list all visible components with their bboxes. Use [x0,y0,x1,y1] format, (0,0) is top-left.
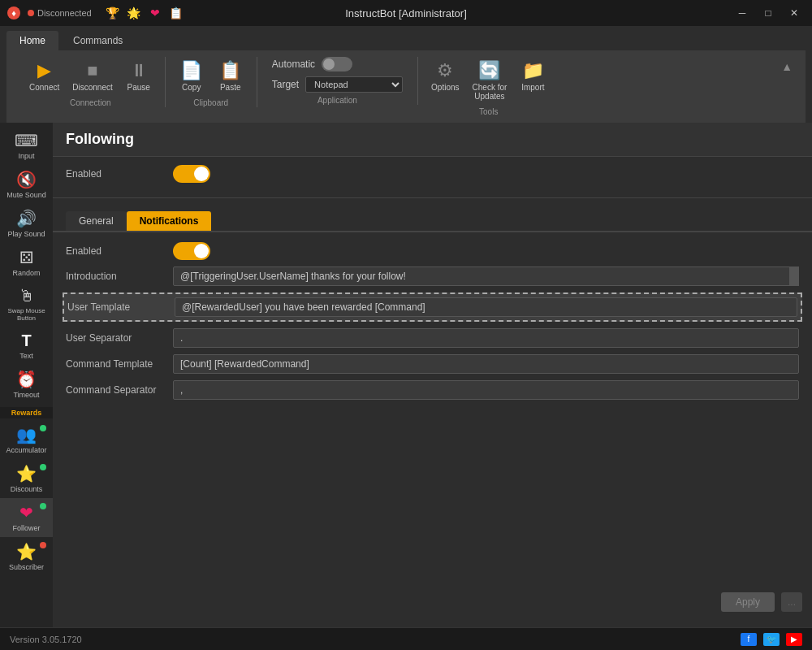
minimize-button[interactable]: ─ [731,4,754,22]
connect-label: Connect [29,83,59,92]
user-separator-input[interactable] [173,328,799,348]
title-bar-left: ♦ Disconnected 🏆 🌟 ❤ 📋 [6,6,183,20]
pause-icon: ⏸ [130,60,148,81]
discounts-icon: ⭐ [16,464,37,483]
notifications-enabled-label: Enabled [66,245,163,257]
ribbon-collapse-button[interactable]: ▲ [778,57,796,76]
automatic-row: Automatic [272,57,403,72]
copy-label: Copy [182,83,201,92]
ribbon: Home Commands ▶ Connect ■ Disconnect ⏸ P… [0,26,812,123]
sidebar-item-play-sound[interactable]: 🔊 Play Sound [0,204,53,243]
follower-dot [40,503,46,509]
copy-button[interactable]: 📄 Copy [174,57,209,95]
connect-button[interactable]: ▶ Connect [24,57,64,95]
status-bar-right: f 🐦 ▶ [741,633,802,646]
input-label: Input [18,152,34,160]
play-icon: ▶ [37,60,51,81]
enabled-label: Enabled [66,168,163,180]
subscriber-label: Subscriber [9,563,44,571]
enabled-section: Enabled [53,157,812,197]
enabled-toggle-knob [194,167,209,181]
target-select[interactable]: Notepad [305,76,403,93]
introduction-input[interactable] [173,266,799,286]
ribbon-group-clipboard: 📄 Copy 📋 Paste Clipboard [166,57,257,107]
random-icon: ⚄ [19,248,33,267]
discounts-dot [40,464,46,470]
title-icon-trophy: 🏆 [106,6,119,20]
automatic-toggle-knob [323,58,335,70]
ribbon-content: ▶ Connect ■ Disconnect ⏸ Pause Connectio… [6,50,806,123]
sidebar-item-swap-mouse[interactable]: 🖱 Swap MouseButton [0,282,53,327]
tab-commands[interactable]: Commands [60,31,136,50]
title-bar: ♦ Disconnected 🏆 🌟 ❤ 📋 InstructBot [Admi… [0,0,812,26]
title-icon-star: 🌟 [127,6,140,20]
window-controls[interactable]: ─ □ ✕ [731,4,806,22]
sub-tab-general[interactable]: General [66,211,127,231]
user-template-input[interactable] [175,297,797,317]
sidebar-item-text[interactable]: T Text [0,327,53,365]
sidebar-item-mute-sound[interactable]: 🔇 Mute Sound [0,165,53,204]
sidebar-item-random[interactable]: ⚄ Random [0,243,53,282]
options-button[interactable]: ⚙ Options [426,57,464,95]
discounts-label: Discounts [11,485,43,493]
notifications-enabled-toggle[interactable] [173,242,210,260]
sidebar-item-subscriber[interactable]: ⭐ Subscriber [0,537,53,576]
accumulator-dot [40,425,46,431]
pause-label: Pause [127,83,150,92]
automatic-label: Automatic [272,58,315,70]
sub-tabs: General Notifications [53,205,812,231]
refresh-icon: 🔄 [478,60,500,81]
tab-home[interactable]: Home [6,31,58,50]
introduction-scrollbar[interactable] [789,266,799,286]
close-button[interactable]: ✕ [783,4,806,22]
sidebar-item-timeout[interactable]: ⏰ Timeout [0,365,53,404]
disconnected-label: Disconnected [37,8,92,18]
notifications-enabled-row: Enabled [66,242,799,260]
user-template-row: User Template [63,292,802,322]
notifications-toggle-knob [194,244,209,258]
twitter-icon[interactable]: 🐦 [763,633,780,646]
paste-button[interactable]: 📋 Paste [213,57,248,95]
connection-buttons: ▶ Connect ■ Disconnect ⏸ Pause [24,57,157,95]
check-updates-button[interactable]: 🔄 Check for Updates [468,57,512,104]
user-separator-row: User Separator [66,328,799,348]
apply-button[interactable]: Apply [721,592,775,612]
connection-group-label: Connection [70,98,111,107]
app-icon: ♦ [6,6,21,20]
automatic-toggle[interactable] [322,57,352,72]
more-button[interactable]: ... [781,592,802,612]
disconnect-button[interactable]: ■ Disconnect [67,57,117,95]
sidebar-item-follower[interactable]: ❤ Follower [0,498,53,537]
sub-tab-notifications[interactable]: Notifications [127,211,212,231]
rewards-section-label: Rewards [0,407,53,418]
app-group-inner: Automatic Target Notepad [266,57,409,93]
import-icon: 📁 [522,60,544,81]
follower-label: Follower [12,524,40,532]
content-area: Following Enabled General Notifications … [53,123,812,639]
enabled-toggle[interactable] [173,165,210,183]
sidebar-item-accumulator[interactable]: 👥 Accumulator [0,420,53,459]
ribbon-tabs: Home Commands [6,31,806,50]
command-template-input[interactable] [173,354,799,374]
accumulator-icon: 👥 [16,425,37,444]
command-separator-input[interactable] [173,380,799,400]
sidebar-item-discounts[interactable]: ⭐ Discounts [0,459,53,498]
import-label: Import [521,83,544,92]
version-label: Version 3.05.1720 [10,635,82,644]
introduction-label: Introduction [66,271,163,282]
pause-button[interactable]: ⏸ Pause [121,57,157,95]
facebook-icon[interactable]: f [741,633,757,646]
play-sound-icon: 🔊 [16,209,37,228]
text-icon: T [21,332,31,350]
command-template-row: Command Template [66,354,799,374]
maximize-button[interactable]: □ [757,4,780,22]
disconnected-status: Disconnected [28,8,92,18]
sidebar-item-input[interactable]: ⌨ Input [0,126,53,165]
youtube-icon[interactable]: ▶ [786,633,802,646]
import-button[interactable]: 📁 Import [515,57,551,95]
title-bar-icons: 🏆 🌟 ❤ 📋 [106,6,183,20]
enabled-row: Enabled [66,165,799,183]
ribbon-group-application: Automatic Target Notepad Application [257,57,418,105]
copy-icon: 📄 [180,60,202,81]
notifications-content: Enabled Introduction User Template [53,231,812,416]
